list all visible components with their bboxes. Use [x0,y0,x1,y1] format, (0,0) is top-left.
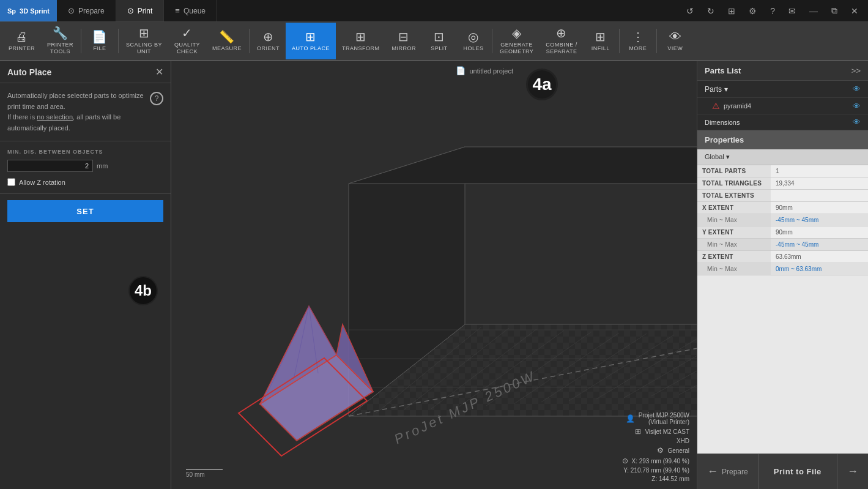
prop-z-minmax: Min ~ Max 0mm ~ 63.63mm [697,263,868,275]
prop-val: 63.63mm [771,251,868,263]
redo-btn[interactable]: ↻ [702,4,719,18]
combine-label: COMBINE /SEPARATE [546,42,577,55]
file-label: FILE [94,45,106,52]
annotation-4b: 4b [128,276,158,305]
toolbar-view[interactable]: 👁 VIEW [658,23,692,59]
annotation-4a: 4a [526,69,558,100]
transform-icon: ⊞ [355,31,366,43]
dimensions-visibility-btn[interactable]: 👁 [853,118,861,127]
mail-btn[interactable]: ✉ [784,4,801,18]
settings-icon: ⚙ [657,446,664,455]
settings-text: General [667,447,689,454]
printer-icon: 🖨 [15,31,28,43]
combine-icon: ⊕ [556,27,567,39]
parts-list-expand[interactable]: >> [851,66,861,75]
settings-row: ⚙ General [622,446,689,455]
panel-description: Automatically place selected parts to op… [0,83,171,141]
print-to-file-btn[interactable]: Print to File [758,454,837,489]
toolbar-transform[interactable]: ⊞ TRANSFORM [336,23,386,59]
toolbar-measure[interactable]: 📏 MEASURE [206,23,248,59]
generate-icon: ◈ [512,27,522,39]
toolbar-more[interactable]: ⋮ MORE [621,23,655,59]
prepare-nav-btn[interactable]: ← Prepare [697,454,758,489]
settings-btn[interactable]: ⚙ [744,4,762,18]
properties-title: Properties [705,135,744,144]
toolbar-mirror[interactable]: ⊟ MIRROR [385,23,422,59]
toolbar-combine[interactable]: ⊕ COMBINE /SEPARATE [540,23,584,59]
holes-label: HOLES [463,45,483,52]
properties-table: TOTAL PARTS 1 TOTAL TRIANGLES 19,334 TOT… [697,165,868,275]
allow-z-rotation-checkbox[interactable] [7,178,15,186]
toolbar-file[interactable]: 📄 FILE [83,23,117,59]
toolbar-sep-5 [619,29,620,53]
allow-z-rotation-label: Allow Z rotation [19,179,65,186]
min-dist-input[interactable] [7,160,93,172]
toolbar-holes[interactable]: ◎ HOLES [456,23,491,59]
y-dim-row: Y: 210.78 mm (99.40 %) [622,467,689,474]
parts-visibility-btn[interactable]: 👁 [853,84,861,94]
split-label: SPLIT [431,45,448,52]
help-button[interactable]: ? [150,92,163,105]
parts-group-label[interactable]: Parts ▾ [705,85,728,94]
scaling-label: SCALING BYUNIT [126,42,162,55]
generate-label: GENERATEGEOMETRY [500,42,533,55]
material-text: Visijet M2 CAST [645,428,689,435]
x-dim-text: X: 293 mm (99.40 %) [632,458,689,465]
prop-val: -45mm ~ 45mm [771,239,868,250]
global-label[interactable]: Global ▾ [705,153,730,161]
viewport-printer-info: 👤 Projet MJP 2500W (Virtual Printer) ⊞ V… [622,412,689,484]
minimize-btn[interactable]: — [804,4,823,18]
toolbar-sep-3 [249,29,250,53]
titlebar: Sp 3D Sprint ⊙ Prepare ⊙ Print ≡ Queue ↺… [0,0,868,22]
toolbar-printer[interactable]: 🖨 PRINTER [2,23,41,59]
prop-key: Z EXTENT [697,251,771,263]
toolbar-split[interactable]: ⊡ SPLIT [422,23,456,59]
tab-print[interactable]: ⊙ Print [116,0,165,21]
help-btn[interactable]: ? [765,4,780,18]
parts-list-title: Parts List [705,66,741,75]
transform-label: TRANSFORM [342,45,380,52]
toolbar-autoplace[interactable]: ⊞ AUTO PLACE [286,23,336,59]
undo-btn[interactable]: ↺ [681,4,699,18]
print-tab-label: Print [138,7,153,15]
part-visibility-btn[interactable]: 👁 [853,102,861,111]
y-dim-text: Y: 210.78 mm (99.40 %) [623,467,689,474]
forward-nav-btn[interactable]: → [837,454,868,489]
prepare-tab-icon: ⊙ [68,6,75,15]
grid-btn[interactable]: ⊞ [723,4,740,18]
split-icon: ⊡ [434,31,445,43]
prop-key: Min ~ Max [697,214,771,226]
prop-val: 90mm [771,226,868,238]
panel-close-btn[interactable]: ✕ [155,66,163,78]
toolbar-printer-tools[interactable]: 🔧 PRINTERTOOLS [41,23,80,59]
material-row: ⊞ Visijet M2 CAST [622,427,689,436]
quality-label: QUALITYCHECK [174,42,200,55]
toolbar-scaling[interactable]: ⊞ SCALING BYUNIT [120,23,168,59]
parts-list-header: Parts List >> [697,61,868,81]
parts-group-header: Parts ▾ 👁 [697,81,868,98]
logo-text: Sp [7,7,16,15]
prop-val: 0mm ~ 63.63mm [771,263,868,275]
close-btn[interactable]: ✕ [846,4,863,18]
toolbar-generate[interactable]: ◈ GENERATEGEOMETRY [494,23,540,59]
app-logo: Sp 3D Sprint [0,0,57,21]
prop-key: Y EXTENT [697,226,771,238]
toolbar-orient[interactable]: ⊕ ORIENT [251,23,286,59]
part-row-pyramid4: ⚠ pyramid4 👁 [697,98,868,114]
viewport[interactable]: 📄 untitled project [171,61,697,489]
tab-prepare[interactable]: ⊙ Prepare [57,0,116,21]
tab-queue[interactable]: ≡ Queue [164,0,217,21]
queue-tab-label: Queue [184,7,206,15]
mirror-label: MIRROR [391,45,416,52]
global-header: Global ▾ [697,149,868,165]
set-button[interactable]: SET [7,200,163,222]
printer-model-text: Projet MJP 2500W (Virtual Printer) [639,412,689,425]
maximize-btn[interactable]: ⧉ [826,3,842,18]
toolbar-infill[interactable]: ⊞ INFILL [584,23,618,59]
prop-y-extent: Y EXTENT 90mm [697,226,868,239]
dimensions-row: Dimensions 👁 [697,114,868,130]
prop-key: TOTAL PARTS [697,165,771,177]
prop-key: TOTAL TRIANGLES [697,177,771,189]
min-dist-section: MIN. DIS. BETWEEN OBJECTS mm Allow Z rot… [0,141,171,194]
toolbar-quality[interactable]: ✓ QUALITYCHECK [168,23,206,59]
